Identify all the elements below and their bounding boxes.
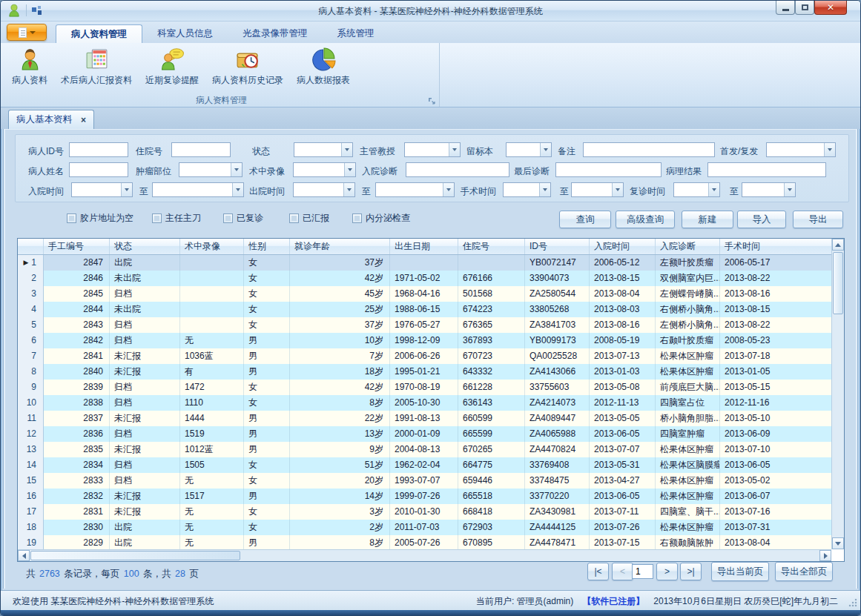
- table-row[interactable]: 132835未汇报1012蓝男9岁2004-08-13670265ZA44708…: [18, 442, 831, 457]
- row-selector[interactable]: 2: [18, 271, 44, 286]
- column-header[interactable]: [18, 239, 44, 254]
- row-selector[interactable]: 16: [18, 489, 44, 504]
- patient-name-input[interactable]: [69, 162, 128, 177]
- table-row[interactable]: 152833归档无女20岁1993-07-0765944633748475201…: [18, 473, 831, 489]
- tumor-site-combobox[interactable]: [179, 162, 243, 177]
- filter-checkbox[interactable]: 胶片地址为空: [67, 212, 133, 225]
- ribbon-button-data-report[interactable]: 病人数据报表: [290, 44, 357, 93]
- checkbox-icon[interactable]: [67, 213, 76, 223]
- import-button[interactable]: 导入: [737, 211, 786, 228]
- vertical-scroll-thumb[interactable]: [833, 252, 843, 314]
- app-menu-button[interactable]: [7, 24, 47, 41]
- scroll-right-button[interactable]: [819, 550, 831, 561]
- column-header[interactable]: 手术时间: [720, 239, 833, 254]
- column-header[interactable]: ID号: [525, 239, 590, 254]
- table-row[interactable]: ▶12847出院女37岁YB00721472006-05-12左额叶胶质瘤200…: [18, 255, 831, 271]
- ribbon-tab-patient-data[interactable]: 病人资料管理: [56, 24, 142, 43]
- close-tab-icon[interactable]: ×: [81, 115, 86, 125]
- row-selector[interactable]: 5: [18, 317, 44, 333]
- page-number-input[interactable]: [632, 564, 653, 579]
- row-selector[interactable]: 7: [18, 348, 44, 364]
- final-diag-input[interactable]: [555, 162, 662, 177]
- last-page-button[interactable]: >|: [680, 563, 702, 580]
- column-header[interactable]: 出生日期: [390, 239, 458, 254]
- table-row[interactable]: 102838归档1110女8岁2005-10-30636143ZA4214073…: [18, 395, 831, 411]
- table-row[interactable]: 72841未汇报1036蓝男7岁2006-06-26670723QA002552…: [18, 348, 831, 364]
- first-relapse-combobox[interactable]: [766, 142, 836, 157]
- row-selector[interactable]: 18: [18, 520, 44, 535]
- query-button[interactable]: 查询: [559, 211, 611, 228]
- new-button[interactable]: 新建: [682, 211, 733, 228]
- table-row[interactable]: 122836归档1519男13岁2000-01-09665599ZA406598…: [18, 426, 831, 442]
- filter-checkbox[interactable]: 主任主刀: [152, 212, 201, 225]
- admission-no-input[interactable]: [171, 142, 231, 157]
- prev-page-button[interactable]: <: [612, 563, 633, 580]
- row-selector[interactable]: ▶1: [18, 255, 44, 271]
- first-page-button[interactable]: |<: [587, 563, 609, 580]
- table-row[interactable]: 32845归档女45岁1968-04-16501568ZA25805442013…: [18, 286, 831, 302]
- horizontal-scrollbar[interactable]: [18, 549, 831, 561]
- admission-diag-input[interactable]: [406, 162, 509, 177]
- admit-time-to-combobox[interactable]: [152, 182, 244, 197]
- table-row[interactable]: 22846未出院女42岁1971-05-02676166339040732013…: [18, 271, 831, 286]
- row-selector[interactable]: 10: [18, 395, 44, 411]
- row-selector[interactable]: 19: [18, 535, 44, 549]
- table-row[interactable]: 42844未出院女25岁1988-06-15674223338052682013…: [18, 302, 831, 317]
- patient-id-input[interactable]: [69, 142, 128, 157]
- row-selector[interactable]: 9: [18, 380, 44, 395]
- table-row[interactable]: 182830出院无女2岁2011-07-03672903ZA4444125201…: [18, 520, 831, 535]
- column-header[interactable]: 性别: [244, 239, 290, 254]
- filter-checkbox[interactable]: 已汇报: [289, 212, 329, 225]
- revisit-time-to-combobox[interactable]: [742, 182, 796, 197]
- ribbon-tab-system[interactable]: 系统管理: [323, 24, 389, 43]
- surgery-time-from-combobox[interactable]: [503, 182, 551, 197]
- row-selector[interactable]: 17: [18, 504, 44, 520]
- horizontal-scroll-thumb[interactable]: [30, 551, 240, 560]
- discharge-time-to-combobox[interactable]: [375, 182, 455, 197]
- checkbox-icon[interactable]: [289, 213, 299, 223]
- ribbon-button-patient-data[interactable]: 病人资料: [5, 44, 54, 93]
- export-current-page-button[interactable]: 导出当前页: [711, 562, 769, 581]
- table-row[interactable]: 162832未汇报1517男14岁1999-07-266655183377022…: [18, 489, 831, 504]
- vertical-scrollbar[interactable]: [831, 239, 844, 549]
- professor-combobox[interactable]: [404, 142, 461, 157]
- table-row[interactable]: 82840未汇报有男18岁1995-01-21643332ZA414306620…: [18, 364, 831, 380]
- specimen-combobox[interactable]: [506, 142, 552, 157]
- export-all-pages-button[interactable]: 导出全部页: [775, 562, 833, 581]
- column-header[interactable]: 住院号: [458, 239, 525, 254]
- checkbox-icon[interactable]: [223, 213, 233, 223]
- status-combobox[interactable]: [294, 142, 353, 157]
- column-header[interactable]: 入院诊断: [656, 239, 720, 254]
- filter-checkbox[interactable]: 内分泌检查: [352, 212, 410, 225]
- resize-grip[interactable]: [848, 598, 857, 607]
- row-selector[interactable]: 4: [18, 302, 44, 317]
- row-selector[interactable]: 3: [18, 286, 44, 302]
- admit-time-from-combobox[interactable]: [71, 182, 133, 197]
- dialog-launcher-icon[interactable]: [427, 96, 436, 105]
- registered-link[interactable]: 【软件已注册】: [582, 595, 644, 608]
- scroll-down-button[interactable]: [832, 537, 844, 549]
- row-selector[interactable]: 6: [18, 333, 44, 348]
- row-selector[interactable]: 15: [18, 473, 44, 489]
- ribbon-button-postop-report[interactable]: 术后病人汇报资料: [54, 44, 139, 93]
- table-row[interactable]: 112837未汇报1444男22岁1991-08-13660599ZA40894…: [18, 411, 831, 426]
- scroll-left-button[interactable]: [18, 550, 30, 561]
- row-selector[interactable]: 8: [18, 364, 44, 380]
- advanced-query-button[interactable]: 高级查询: [616, 211, 675, 228]
- maximize-button[interactable]: [795, 1, 814, 15]
- ribbon-button-revisit-reminder[interactable]: 近期复诊提醒: [139, 44, 205, 93]
- table-row[interactable]: 62842归档无男10岁1998-12-09367893YB0099173200…: [18, 333, 831, 348]
- scroll-up-button[interactable]: [832, 239, 844, 251]
- ribbon-tab-disc-tape[interactable]: 光盘录像带管理: [228, 24, 323, 43]
- intraop-video-combobox[interactable]: [293, 162, 356, 177]
- row-selector[interactable]: 14: [18, 457, 44, 473]
- close-button[interactable]: ✕: [814, 1, 847, 15]
- table-row[interactable]: 52843归档女37岁1976-05-27676365ZA38417032013…: [18, 317, 831, 333]
- table-row[interactable]: 92839归档1472女42岁1970-08-19661228337556032…: [18, 380, 831, 395]
- column-header[interactable]: 手工编号: [44, 239, 110, 254]
- table-row[interactable]: 172831未汇报无女3岁2010-01-30668418ZA343098120…: [18, 504, 831, 520]
- row-selector[interactable]: 13: [18, 442, 44, 457]
- export-button[interactable]: 导出: [793, 211, 843, 228]
- table-row[interactable]: 192829出院无男8岁2005-07-26670895ZA4478471201…: [18, 535, 831, 549]
- minimize-button[interactable]: [776, 1, 795, 15]
